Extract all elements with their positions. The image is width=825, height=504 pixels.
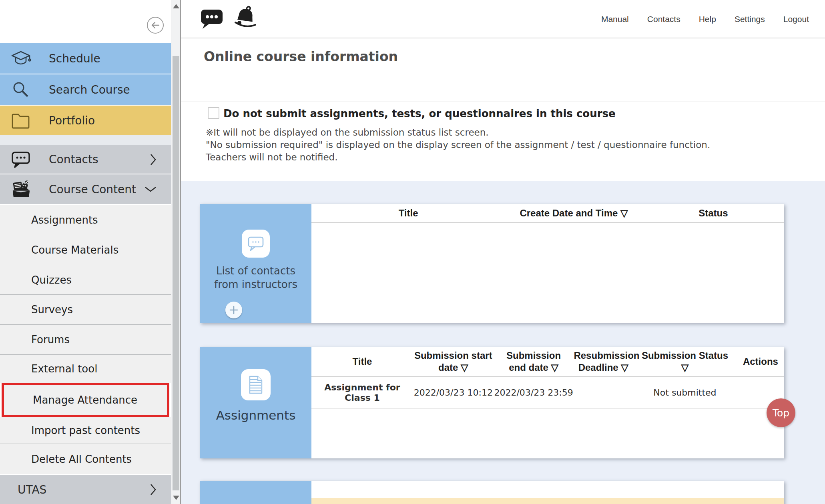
submission-status-cell: Not submitted	[633, 388, 737, 398]
nav-help[interactable]: Help	[699, 14, 716, 24]
column-header-actions: Actions	[737, 356, 784, 368]
sidebar: Schedule Search Course Portfolio	[0, 0, 171, 504]
table-header-row: Title Create Date and Time ▽ Status	[311, 204, 784, 223]
nav-logout[interactable]: Logout	[783, 14, 809, 24]
nav-settings[interactable]: Settings	[735, 14, 765, 24]
sidebar-item-surveys[interactable]: Surveys	[0, 295, 171, 325]
sidebar-scrollbar[interactable]	[171, 0, 180, 504]
sidebar-item-forums[interactable]: Forums	[0, 325, 171, 355]
sidebar-item-utas[interactable]: UTAS	[0, 475, 171, 504]
nav-contacts[interactable]: Contacts	[647, 14, 680, 24]
chat-icon[interactable]	[199, 6, 223, 30]
sidebar-item-import-past-contents[interactable]: Import past contents	[0, 417, 171, 444]
document-icon	[241, 369, 271, 400]
scrollbar-thumb[interactable]	[173, 56, 179, 490]
assignments-panel: Assignments Title Submission startdate ▽…	[200, 347, 784, 458]
page-header: Online course information	[181, 39, 825, 102]
scroll-down-icon[interactable]	[173, 496, 179, 500]
column-header-submission-status[interactable]: Submission Status▽	[633, 350, 737, 374]
folder-icon	[10, 110, 31, 131]
table-header-row	[311, 481, 784, 498]
checkbox-label: Do not submit assignments, tests, or que…	[223, 108, 616, 120]
assignments-table: Title Submission startdate ▽ Submissione…	[311, 347, 784, 458]
sidebar-item-label: Search Course	[49, 83, 130, 96]
chevron-right-icon	[150, 484, 157, 496]
contacts-table: Title Create Date and Time ▽ Status	[311, 204, 784, 323]
lms-app: Schedule Search Course Portfolio	[0, 0, 825, 504]
note-line: ※It will not be displayed on the submiss…	[206, 127, 489, 138]
add-contact-button[interactable]	[225, 302, 242, 318]
sidebar-item-delete-all-contents[interactable]: Delete All Contents	[0, 444, 171, 474]
submission-end-cell: 2022/03/23 23:59	[494, 388, 574, 398]
sidebar-item-portfolio[interactable]: Portfolio	[0, 106, 171, 135]
highlighted-row	[311, 498, 784, 504]
sidebar-item-label: Schedule	[49, 52, 100, 65]
contacts-panel-side: List of contacts from instructors	[200, 204, 311, 323]
graduation-cap-icon	[10, 48, 31, 69]
scroll-to-top-button[interactable]: Top	[767, 398, 795, 427]
sidebar-item-course-materials[interactable]: Course Materials	[0, 235, 171, 265]
empty-table-body	[311, 409, 784, 458]
column-header-resubmission-deadline[interactable]: ResubmissionDeadline ▽	[574, 350, 633, 374]
next-panel-side	[200, 481, 311, 504]
chat-bubble-icon	[10, 149, 31, 170]
sidebar-item-external-tool[interactable]: External tool	[0, 355, 171, 383]
empty-table-body	[311, 223, 784, 323]
sidebar-item-schedule[interactable]: Schedule	[0, 43, 171, 74]
column-header-status: Status	[642, 207, 784, 219]
column-header-title: Title	[311, 207, 505, 219]
submission-start-cell: 2022/03/23 10:12	[413, 388, 494, 398]
chevron-down-icon	[145, 186, 157, 192]
main-content: Manual Contacts Help Settings Logout Onl…	[180, 0, 825, 504]
course-content-box-icon	[10, 179, 31, 200]
search-icon	[10, 79, 31, 100]
panel-label: Assignments	[202, 408, 310, 422]
table-row: Assignment for Class 1 2022/03/23 10:12 …	[311, 377, 784, 409]
scroll-up-icon[interactable]	[173, 4, 179, 8]
top-navigation: Manual Contacts Help Settings Logout	[601, 0, 809, 38]
sidebar-item-quizzes[interactable]: Quizzes	[0, 265, 171, 295]
column-header-submission-start[interactable]: Submission startdate ▽	[413, 350, 494, 374]
contacts-panel: List of contacts from instructors Title …	[200, 204, 784, 323]
next-panel	[200, 481, 784, 504]
sidebar-item-label: Course Content	[49, 183, 136, 196]
column-header-submission-end[interactable]: Submissionend date ▽	[494, 350, 574, 374]
no-submission-checkbox[interactable]	[208, 107, 219, 119]
column-header-create-date[interactable]: Create Date and Time ▽	[505, 207, 642, 219]
column-header-title: Title	[311, 356, 413, 368]
plus-icon	[229, 305, 239, 315]
course-info-panel: Do not submit assignments, tests, or que…	[181, 102, 825, 181]
sidebar-item-contacts[interactable]: Contacts	[0, 145, 171, 174]
sidebar-item-label: Portfolio	[49, 114, 95, 127]
note-line: Teachers will not be notified.	[206, 152, 337, 162]
topbar: Manual Contacts Help Settings Logout	[181, 0, 825, 38]
next-panel-table	[311, 481, 784, 504]
sidebar-header	[0, 0, 171, 43]
sidebar-collapse-button[interactable]	[147, 17, 164, 34]
bell-icon[interactable]	[232, 6, 259, 30]
sidebar-item-course-content[interactable]: Course Content	[0, 174, 171, 204]
page-title: Online course information	[204, 49, 398, 64]
table-header-row: Title Submission startdate ▽ Submissione…	[311, 347, 784, 377]
sidebar-item-assignments[interactable]: Assignments	[0, 205, 171, 235]
assignment-title-cell: Assignment for Class 1	[311, 382, 413, 403]
back-arrow-icon	[149, 19, 161, 31]
sidebar-item-manage-attendance[interactable]: Manage Attendance	[2, 383, 169, 417]
sidebar-item-search-course[interactable]: Search Course	[0, 74, 171, 105]
sidebar-item-label: Contacts	[49, 153, 98, 166]
assignments-panel-side: Assignments	[200, 347, 311, 458]
nav-manual[interactable]: Manual	[601, 14, 629, 24]
chevron-right-icon	[150, 154, 157, 166]
sidebar-spacer	[0, 135, 171, 145]
note-line: "No submission required" is displayed on…	[206, 140, 710, 150]
panel-label: List of contacts from instructors	[206, 264, 306, 291]
chat-bubble-icon	[242, 230, 270, 258]
